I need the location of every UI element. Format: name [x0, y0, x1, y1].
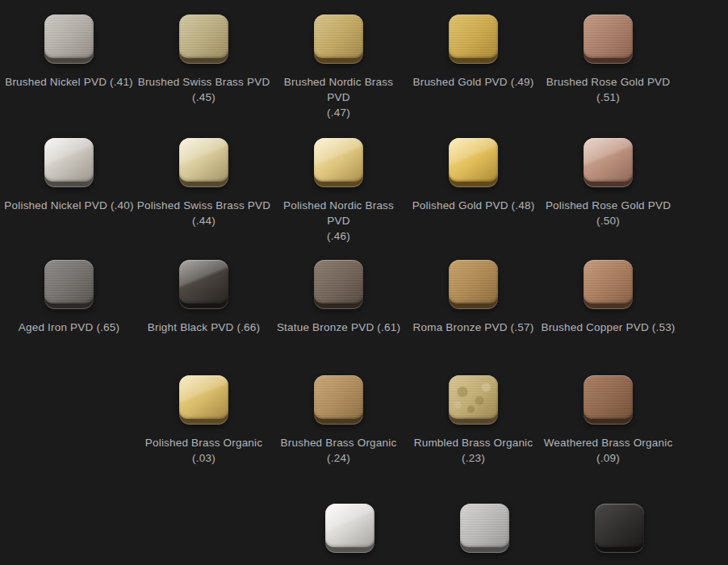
finish-swatch[interactable] [44, 260, 94, 309]
finish-option-bright-black-pvd-66[interactable]: Bright Black PVD (.66) [136, 260, 271, 350]
finish-option-weathered-brass-organic-09[interactable]: Weathered Brass Organic (.09) [541, 375, 676, 466]
finish-label: Brushed Nordic Brass PVD (.47) [271, 74, 406, 120]
finish-option-brushed-copper-pvd-53[interactable]: Brushed Copper PVD (.53) [541, 260, 676, 350]
finish-label: Weathered Brass Organic (.09) [541, 435, 676, 466]
finish-label: Aged Iron PVD (.65) [2, 320, 136, 350]
finish-swatch[interactable] [179, 260, 228, 309]
finish-row-pvd-brushed: Brushed Nickel PVD (.41) Brushed Swiss B… [0, 15, 728, 120]
finish-label: Brushed Brass Organic (.24) [271, 435, 406, 466]
finish-label: Rumbled Brass Organic (.23) [406, 435, 541, 466]
finish-label: Roma Bronze PVD (.57) [406, 320, 541, 350]
finish-label: Polished Nordic Brass PVD (.46) [271, 198, 406, 244]
finish-option-polished-rose-gold-pvd-50[interactable]: Polished Rose Gold PVD (.50) [541, 138, 676, 244]
finish-label: Brushed Rose Gold PVD (.51) [541, 74, 676, 105]
finish-swatch[interactable] [44, 15, 94, 64]
finish-swatch[interactable] [314, 15, 363, 64]
finish-swatch[interactable] [179, 15, 228, 64]
finish-option-brushed-gold-pvd-49[interactable]: Brushed Gold PVD (.49) [406, 15, 541, 120]
finish-swatch[interactable] [325, 504, 374, 553]
finish-option-brushed-brass-organic-24[interactable]: Brushed Brass Organic (.24) [271, 375, 406, 466]
finish-label: Polished Brass Organic (.03) [136, 435, 271, 466]
finish-option-polished-nickel-pvd-40[interactable]: Polished Nickel PVD (.40) [2, 138, 136, 244]
finish-swatch[interactable] [314, 375, 363, 425]
finish-swatch[interactable] [179, 375, 228, 425]
finish-swatch[interactable] [449, 138, 498, 187]
finish-swatch[interactable] [449, 260, 498, 309]
finish-swatch[interactable] [460, 504, 509, 553]
finish-swatch[interactable] [595, 504, 644, 553]
finish-option-polished-swiss-brass-pvd-44[interactable]: Polished Swiss Brass PVD (.44) [136, 138, 271, 244]
finish-swatch[interactable] [44, 138, 94, 187]
finish-label: Bright Black PVD (.66) [136, 320, 271, 350]
finish-row-pvd-dark-bronze: Aged Iron PVD (.65) Bright Black PVD (.6… [0, 260, 728, 350]
finish-label: Polished Rose Gold PVD (.50) [541, 198, 676, 228]
finish-swatch[interactable] [314, 138, 363, 187]
finish-label: Polished Nickel PVD (.40) [2, 198, 136, 228]
finish-option-brushed-chrome-28[interactable]: Brushed Chrome (.28) [417, 504, 552, 565]
finish-option-polished-gold-pvd-48[interactable]: Polished Gold PVD (.48) [406, 138, 541, 244]
finish-option-statue-bronze-pvd-61[interactable]: Statue Bronze PVD (.61) [271, 260, 406, 350]
finish-option-roma-bronze-pvd-57[interactable]: Roma Bronze PVD (.57) [406, 260, 541, 350]
finish-swatch[interactable] [584, 138, 633, 187]
finish-option-polished-brass-organic-03[interactable]: Polished Brass Organic (.03) [136, 375, 271, 466]
finish-label: Polished Swiss Brass PVD (.44) [136, 198, 271, 228]
finish-label: Brushed Copper PVD (.53) [541, 320, 676, 350]
finish-option-brushed-nickel-pvd-41[interactable]: Brushed Nickel PVD (.41) [2, 15, 136, 120]
finish-swatch[interactable] [449, 375, 498, 425]
finish-row-chrome-nero: Durobrite Chrome (.01) Brushed Chrome (.… [0, 504, 728, 565]
finish-swatch[interactable] [314, 260, 363, 309]
finish-swatch[interactable] [584, 260, 633, 309]
finish-option-brushed-nordic-brass-pvd-47[interactable]: Brushed Nordic Brass PVD (.47) [271, 15, 406, 120]
finish-swatch-grid: Brushed Nickel PVD (.41) Brushed Swiss B… [0, 0, 728, 565]
finish-swatch[interactable] [584, 375, 633, 425]
finish-option-nero-21[interactable]: Nero (.21) [552, 504, 687, 565]
finish-swatch[interactable] [449, 15, 498, 64]
finish-swatch[interactable] [584, 15, 633, 64]
finish-option-rumbled-brass-organic-23[interactable]: Rumbled Brass Organic (.23) [406, 375, 541, 466]
finish-row-pvd-polished: Polished Nickel PVD (.40) Polished Swiss… [0, 138, 728, 244]
finish-option-polished-nordic-brass-pvd-46[interactable]: Polished Nordic Brass PVD (.46) [271, 138, 406, 244]
finish-label: Brushed Nickel PVD (.41) [2, 74, 136, 105]
finish-label: Brushed Gold PVD (.49) [406, 74, 541, 105]
finish-option-aged-iron-pvd-65[interactable]: Aged Iron PVD (.65) [2, 260, 136, 350]
finish-swatch[interactable] [179, 138, 228, 187]
finish-option-brushed-rose-gold-pvd-51[interactable]: Brushed Rose Gold PVD (.51) [541, 15, 676, 120]
finish-label: Brushed Swiss Brass PVD (.45) [136, 74, 271, 105]
finish-label: Polished Gold PVD (.48) [406, 198, 541, 228]
finish-option-durobrite-chrome-01[interactable]: Durobrite Chrome (.01) [282, 504, 417, 565]
finish-label: Statue Bronze PVD (.61) [271, 320, 406, 350]
finish-option-brushed-swiss-brass-pvd-45[interactable]: Brushed Swiss Brass PVD (.45) [136, 15, 271, 120]
finish-row-brass-organic: Polished Brass Organic (.03) Brushed Bra… [0, 375, 728, 466]
